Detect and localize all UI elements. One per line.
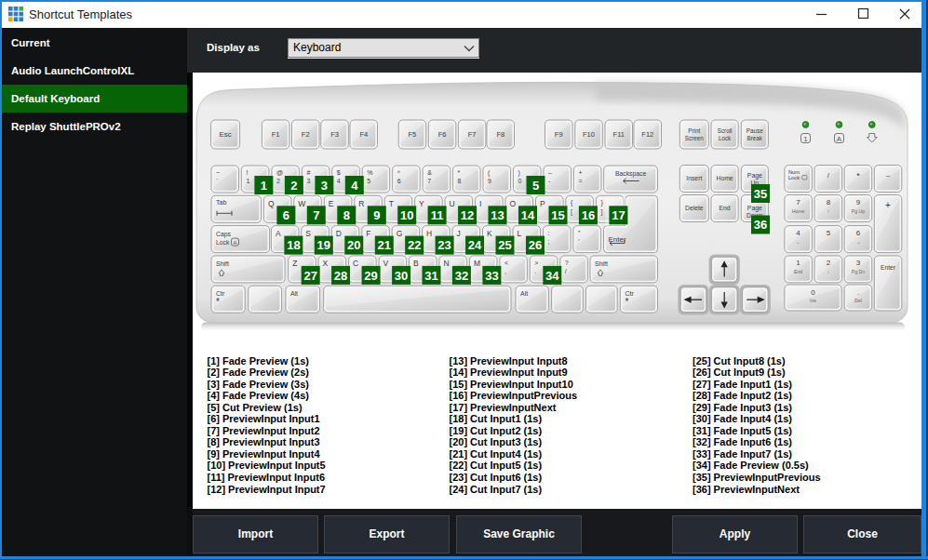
svg-text::: :: [548, 230, 550, 236]
svg-text:S: S: [305, 229, 311, 238]
svg-text:–: –: [886, 171, 891, 180]
svg-text:I: I: [479, 199, 481, 208]
svg-text:*: *: [625, 297, 628, 307]
svg-text:24: 24: [468, 238, 482, 252]
svg-text:J: J: [457, 229, 461, 238]
svg-text:5: 5: [367, 178, 370, 184]
svg-text:E: E: [329, 199, 334, 208]
svg-text:23: 23: [437, 238, 451, 252]
svg-text:↓: ↓: [827, 269, 830, 274]
svg-text:&: &: [427, 169, 432, 176]
svg-text:]: ]: [600, 208, 602, 216]
svg-text:F9: F9: [555, 130, 563, 139]
svg-text:9: 9: [373, 208, 380, 222]
svg-text:$: $: [337, 169, 341, 176]
svg-text:3: 3: [856, 259, 861, 267]
svg-text:4: 4: [796, 229, 800, 237]
svg-text:7: 7: [796, 198, 800, 207]
svg-text:33: 33: [485, 269, 498, 283]
svg-text:Lock: Lock: [719, 135, 732, 141]
svg-text:X: X: [323, 259, 329, 268]
svg-text:F6: F6: [438, 130, 447, 139]
svg-text:11: 11: [431, 208, 444, 222]
svg-text:Q: Q: [268, 199, 275, 208]
svg-text:Lock: Lock: [788, 175, 800, 180]
svg-text:20: 20: [347, 238, 360, 252]
svg-text:End: End: [794, 269, 802, 274]
svg-text:Backspace: Backspace: [615, 170, 646, 178]
svg-text:7: 7: [427, 178, 431, 184]
svg-text:Caps: Caps: [216, 231, 231, 238]
svg-text:6: 6: [397, 178, 401, 184]
svg-text:?: ?: [565, 260, 569, 266]
svg-text:~: ~: [216, 169, 220, 176]
svg-text:12: 12: [461, 208, 474, 222]
svg-text:Shift: Shift: [595, 260, 608, 267]
svg-text:Z: Z: [292, 259, 297, 268]
svg-text:*: *: [856, 171, 860, 180]
svg-text:F12: F12: [641, 130, 653, 139]
svg-text:F8: F8: [496, 130, 504, 139]
svg-text:←: ←: [796, 239, 800, 245]
svg-text:Lock: Lock: [216, 239, 230, 246]
svg-text:F10: F10: [583, 130, 595, 139]
svg-text:5: 5: [827, 229, 831, 237]
svg-text:6: 6: [283, 208, 289, 222]
svg-text:18: 18: [287, 238, 300, 252]
svg-text:F4: F4: [359, 130, 368, 139]
svg-text:A: A: [276, 229, 281, 238]
svg-text:2: 2: [290, 179, 297, 193]
svg-text:Shift: Shift: [216, 260, 229, 267]
svg-text:Break: Break: [747, 135, 763, 141]
svg-text:.: .: [857, 288, 859, 297]
svg-text:10: 10: [400, 208, 413, 222]
svg-text:[: [: [571, 208, 572, 216]
svg-text:31: 31: [424, 269, 437, 283]
svg-text:2: 2: [276, 178, 280, 184]
svg-text:,: ,: [504, 268, 506, 274]
svg-text:F3: F3: [330, 130, 339, 139]
svg-text:1: 1: [803, 135, 808, 143]
svg-text:32: 32: [455, 269, 468, 283]
svg-text:%: %: [367, 169, 372, 176]
svg-text:↑: ↑: [827, 208, 830, 214]
svg-text:0: 0: [518, 178, 522, 184]
svg-text:;: ;: [548, 238, 550, 245]
svg-text:Delete: Delete: [685, 205, 704, 211]
svg-text:25: 25: [498, 238, 511, 252]
svg-text:4: 4: [337, 178, 341, 184]
svg-text:K: K: [487, 229, 492, 238]
svg-text:>: >: [534, 260, 538, 266]
svg-text:R: R: [358, 199, 364, 208]
svg-text:14: 14: [521, 208, 535, 222]
svg-text:15: 15: [551, 208, 564, 222]
svg-text:19: 19: [317, 238, 330, 252]
svg-text:): ): [518, 169, 520, 177]
svg-text:–: –: [548, 169, 552, 176]
svg-text:8: 8: [458, 178, 462, 184]
svg-text:H: H: [426, 229, 432, 238]
svg-text:1: 1: [796, 259, 800, 267]
svg-text:22: 22: [408, 238, 421, 252]
svg-text:29: 29: [364, 269, 377, 283]
svg-text:35: 35: [754, 187, 767, 201]
svg-text:O: O: [510, 199, 517, 208]
svg-text:C: C: [353, 259, 358, 268]
svg-text:*: *: [216, 297, 220, 307]
svg-text:+: +: [885, 200, 891, 210]
svg-text:Insert: Insert: [686, 175, 702, 181]
svg-text:`: `: [216, 178, 218, 184]
svg-text:Alt: Alt: [520, 290, 528, 297]
svg-text:F7: F7: [468, 130, 477, 139]
svg-text:Page: Page: [747, 172, 762, 180]
svg-text:Page: Page: [747, 205, 762, 212]
svg-text:Print: Print: [688, 127, 700, 134]
svg-text:.: .: [534, 268, 536, 274]
svg-text:27: 27: [303, 269, 316, 283]
svg-text:9: 9: [488, 178, 491, 184]
svg-text:8: 8: [827, 198, 831, 207]
svg-text:30: 30: [395, 269, 408, 283]
svg-text:26: 26: [529, 238, 542, 252]
svg-text:Esc: Esc: [219, 130, 231, 139]
svg-text:8: 8: [343, 208, 350, 222]
